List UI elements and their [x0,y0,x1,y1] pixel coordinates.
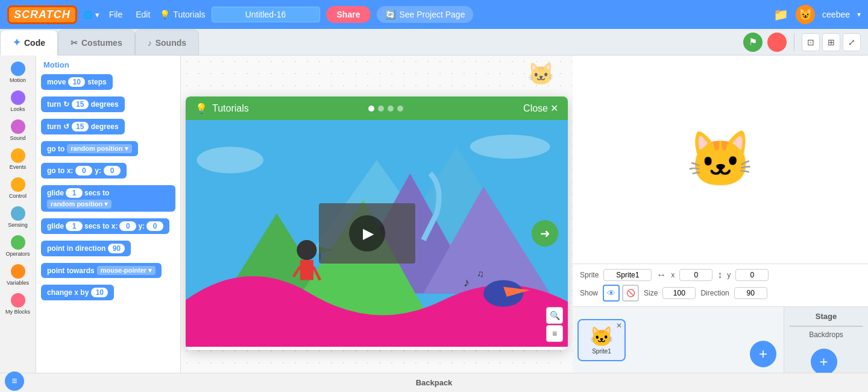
main-layout: Motion Looks Sound Events Control Sensin… [0,55,868,373]
video-thumbnail: ▶ [319,203,415,264]
turn-ccw-input[interactable] [72,122,89,131]
user-avatar[interactable]: 😺 [796,5,815,24]
show-buttons: 👁 🚫 [603,285,639,302]
goto-dropdown[interactable]: random position ▾ [67,144,131,153]
folder-icon[interactable]: 📁 [773,7,788,22]
green-flag-button[interactable]: ⚑ [743,33,763,52]
expand-icon[interactable]: ≡ [5,371,24,391]
tab-controls: ⚑ ⊡ ⊞ ⤢ [743,33,861,52]
see-project-button[interactable]: 🔄 See Project Page [377,6,473,23]
category-motion[interactable]: Motion [0,59,36,86]
category-sensing[interactable]: Sensing [0,204,36,230]
file-menu[interactable]: File [105,10,127,19]
block-towards[interactable]: point towards mouse-pointer ▾ [41,263,162,278]
tutorial-lightbulb-icon: 💡 [195,103,207,114]
edit-menu[interactable]: Edit [132,10,154,19]
myblocks-dot [11,293,25,308]
backdrops-label: Backdrops [784,327,868,343]
next-tutorial-button[interactable]: ➜ [532,220,558,247]
tutorial-dot-4[interactable] [397,106,403,112]
stage-panel: 🐱 Sprite ↔ x ↕ y Show 👁 [573,55,868,373]
expand-button[interactable]: ≡ [5,371,24,391]
tutorials-button[interactable]: 💡 Tutorials [160,10,205,19]
project-name-input[interactable] [212,7,320,22]
sprite-name-input[interactable] [603,269,652,281]
block-goto-xy[interactable]: go to x: y: [41,163,127,179]
add-backdrop-button[interactable]: + [811,349,837,375]
sprite-size-input[interactable] [662,287,696,299]
category-myblocks[interactable]: My Blocks [0,291,36,317]
looks-dot [11,90,25,105]
stage-canvas: 🐱 [573,55,868,264]
block-turn-ccw[interactable]: turn ↺ degrees [41,119,125,134]
glide-secs-input[interactable] [66,188,83,198]
sensing-dot [11,206,25,221]
category-control[interactable]: Control [0,175,36,201]
stage-side-label: Stage [784,307,868,326]
scratch-logo[interactable]: SCRATCH [7,5,77,24]
events-dot [11,148,25,163]
sprite-y-input[interactable] [735,269,769,281]
block-goto[interactable]: go to random position ▾ [41,141,138,156]
backpack-bar[interactable]: Backpack ≡ [0,373,868,392]
stop-button[interactable] [767,33,787,52]
tab-costumes[interactable]: ✂ Costumes [58,30,135,55]
glide-x-input[interactable] [119,221,136,231]
category-sound[interactable]: Sound [0,117,36,144]
zoom-lines-button[interactable]: ≡ [546,325,563,342]
goto-y-input[interactable] [104,166,121,175]
direction-input[interactable] [108,244,125,253]
glide-y-input[interactable] [146,221,163,231]
user-name[interactable]: ceebee [822,10,850,19]
globe-icon: 🌐 [83,10,93,19]
tutorial-dot-2[interactable] [378,106,384,112]
large-stage-button[interactable]: ⊞ [822,33,840,51]
tutorial-close-button[interactable]: Close ✕ [523,103,558,114]
sprite-direction-input[interactable] [734,287,767,299]
sprite-item-sprite1[interactable]: ✕ 🐱 Sprite1 [577,319,626,361]
language-button[interactable]: 🌐 ▾ [83,10,99,19]
share-button[interactable]: Share [326,6,371,23]
svg-point-2 [470,134,550,159]
add-sprite-button[interactable]: + [750,341,776,367]
operators-dot [11,235,25,250]
tab-code[interactable]: ✦ Code [0,30,58,55]
small-stage-button[interactable]: ⊡ [802,33,820,51]
tutorial-dot-3[interactable] [388,106,394,112]
motion-dot [11,62,25,76]
block-move[interactable]: move steps [41,74,113,90]
play-button[interactable]: ▶ [349,215,385,251]
control-dot [11,177,25,192]
block-direction[interactable]: point in direction [41,241,131,256]
close-icon: ✕ [550,103,558,114]
show-hidden-button[interactable]: 🚫 [622,285,639,302]
goto-x-input[interactable] [75,166,92,175]
show-visible-button[interactable]: 👁 [603,285,620,302]
category-events[interactable]: Events [0,146,36,172]
tab-sounds[interactable]: ♪ Sounds [135,30,199,55]
move-steps-input[interactable] [68,77,85,87]
zoom-out-button[interactable]: 🔍 [546,307,563,324]
turn-cw-input[interactable] [72,100,89,109]
block-glide-xy[interactable]: glide secs to x: y: [41,218,169,234]
sprites-stage-row: ✕ 🐱 Sprite1 + Stage Backdrops + [573,306,868,373]
category-looks[interactable]: Looks [0,88,36,115]
glide-xy-secs-input[interactable] [66,221,83,231]
stage-side-panel: Stage Backdrops + [784,307,868,373]
fullscreen-button[interactable]: ⤢ [843,33,861,51]
glide-to-dropdown[interactable]: random position ▾ [47,200,112,209]
towards-dropdown[interactable]: mouse-pointer ▾ [97,266,156,275]
direction-label: Direction [700,289,729,297]
changex-input[interactable] [91,288,108,297]
block-turn-cw[interactable]: turn ↻ degrees [41,96,125,112]
category-variables[interactable]: Variables [0,262,36,288]
category-operators[interactable]: Operators [0,233,36,259]
svg-text:♫: ♫ [477,268,484,279]
sprite-x-input[interactable] [679,269,712,281]
block-changex[interactable]: change x by [41,285,114,300]
block-glide-random[interactable]: glide secs to random position ▾ [41,185,175,212]
sprite-close-icon[interactable]: ✕ [616,321,622,330]
tutorial-dot-1[interactable] [368,106,374,112]
variables-dot [11,264,25,279]
events-label: Events [10,164,27,170]
